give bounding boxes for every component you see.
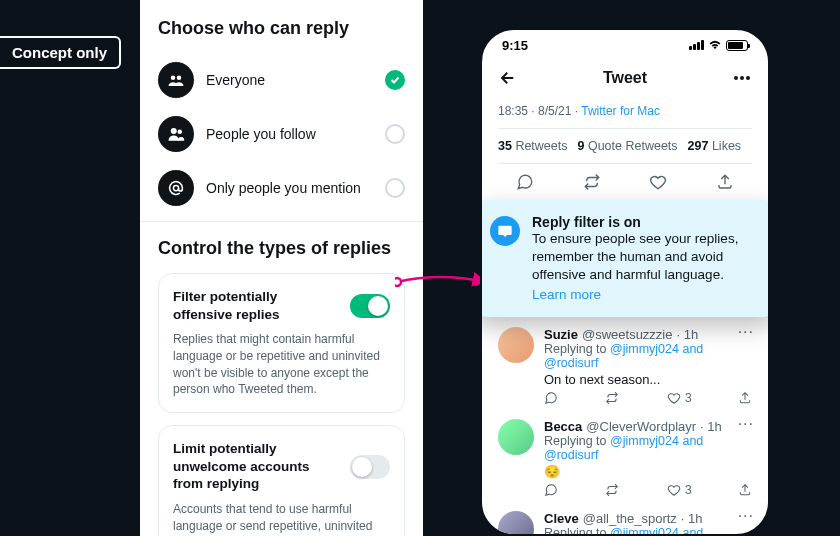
wifi-icon	[708, 40, 722, 50]
share-icon[interactable]	[715, 172, 735, 192]
reply-option-mentions[interactable]: Only people you mention	[158, 161, 405, 215]
tweet-stats: 35 Retweets 9 Quote Retweets 297 Likes	[482, 129, 768, 163]
reply-name: Becca	[544, 419, 582, 434]
option-label: Everyone	[206, 72, 373, 88]
page-title: Tweet	[603, 69, 647, 87]
filter-offensive-card: Filter potentially offensive replies Rep…	[158, 273, 405, 413]
reply-item[interactable]: Suzie @sweetsuzzzie · 1h Replying to @ji…	[482, 317, 768, 409]
reply-handle: @all_the_sportz	[583, 511, 677, 526]
learn-more-link[interactable]: Learn more	[532, 287, 601, 302]
reply-time: · 1h	[676, 327, 698, 342]
more-button[interactable]	[732, 68, 752, 88]
share-icon[interactable]	[738, 483, 752, 497]
filter-info-icon	[490, 216, 520, 246]
like-icon[interactable]: 3	[667, 483, 692, 497]
svg-point-0	[171, 76, 176, 81]
avatar[interactable]	[498, 327, 534, 363]
globe-people-icon	[158, 62, 194, 98]
reply-text: 😔	[544, 464, 752, 479]
replying-to: Replying to @jimmyj024 and @rodisurf	[544, 434, 752, 462]
replying-to: Replying to @jimmyj024 and @rodisurf	[544, 342, 752, 370]
divider	[140, 221, 423, 222]
like-icon[interactable]	[648, 172, 668, 192]
battery-icon	[726, 40, 748, 51]
phone-mockup: 9:15 Tweet 18:35 · 8/5/21 · Twitter for …	[480, 28, 770, 536]
replying-to: Replying to @jimmyj024 and @rodisurf	[544, 526, 752, 536]
radio-checked-icon[interactable]	[385, 70, 405, 90]
svg-point-3	[178, 130, 183, 135]
reply-option-followers[interactable]: People you follow	[158, 107, 405, 161]
filter-offensive-toggle[interactable]	[350, 294, 390, 318]
concept-badge: Concept only	[0, 36, 121, 69]
tweet-meta: 18:35 · 8/5/21 · Twitter for Mac	[482, 96, 768, 128]
svg-point-2	[171, 128, 177, 134]
signal-icon	[689, 40, 704, 50]
reply-more-button[interactable]: ···	[738, 419, 754, 429]
reply-header: Choose who can reply	[158, 18, 405, 39]
avatar[interactable]	[498, 511, 534, 536]
retweet-icon[interactable]	[582, 172, 602, 192]
reply-filter-callout: Reply filter is on To ensure people see …	[480, 200, 770, 317]
status-bar: 9:15	[482, 30, 768, 60]
reply-time: · 1h	[700, 419, 722, 434]
status-time: 9:15	[502, 38, 528, 53]
card-title: Limit potentially unwelcome accounts fro…	[173, 440, 340, 493]
avatar[interactable]	[498, 419, 534, 455]
option-label: Only people you mention	[206, 180, 373, 196]
reply-time: · 1h	[681, 511, 703, 526]
card-title: Filter potentially offensive replies	[173, 288, 340, 323]
svg-point-1	[177, 76, 182, 81]
callout-title: Reply filter is on	[532, 214, 760, 230]
card-description: Replies that might contain harmful langu…	[173, 331, 390, 398]
reply-option-everyone[interactable]: Everyone	[158, 53, 405, 107]
share-icon[interactable]	[738, 391, 752, 405]
radio-unchecked[interactable]	[385, 124, 405, 144]
phone-header: Tweet	[482, 60, 768, 96]
svg-point-4	[173, 185, 178, 190]
reply-more-button[interactable]: ···	[738, 327, 754, 337]
reply-icon[interactable]	[544, 391, 558, 405]
control-header: Control the types of replies	[158, 238, 405, 259]
reply-icon[interactable]	[544, 483, 558, 497]
people-icon	[158, 116, 194, 152]
back-button[interactable]	[498, 68, 518, 88]
reply-settings-panel: Choose who can reply Everyone People you…	[140, 0, 423, 536]
reply-name: Cleve	[544, 511, 579, 526]
reply-more-button[interactable]: ···	[738, 511, 754, 521]
callout-body: To ensure people see your replies, remem…	[532, 230, 760, 285]
reply-name: Suzie	[544, 327, 578, 342]
limit-accounts-card: Limit potentially unwelcome accounts fro…	[158, 425, 405, 536]
reply-icon[interactable]	[515, 172, 535, 192]
reply-item[interactable]: Becca @CleverWordplayr · 1h Replying to …	[482, 409, 768, 501]
reply-text: On to next season...	[544, 372, 752, 387]
retweet-icon[interactable]	[604, 483, 620, 497]
limit-accounts-toggle[interactable]	[350, 455, 390, 479]
source-link[interactable]: Twitter for Mac	[581, 104, 660, 118]
reply-item[interactable]: Cleve @all_the_sportz · 1h Replying to @…	[482, 501, 768, 536]
reply-handle: @CleverWordplayr	[586, 419, 696, 434]
like-icon[interactable]: 3	[667, 391, 692, 405]
tweet-action-row	[482, 164, 768, 200]
at-icon	[158, 170, 194, 206]
retweet-icon[interactable]	[604, 391, 620, 405]
reply-handle: @sweetsuzzzie	[582, 327, 673, 342]
radio-unchecked[interactable]	[385, 178, 405, 198]
card-description: Accounts that tend to use harmful langua…	[173, 501, 390, 536]
option-label: People you follow	[206, 126, 373, 142]
